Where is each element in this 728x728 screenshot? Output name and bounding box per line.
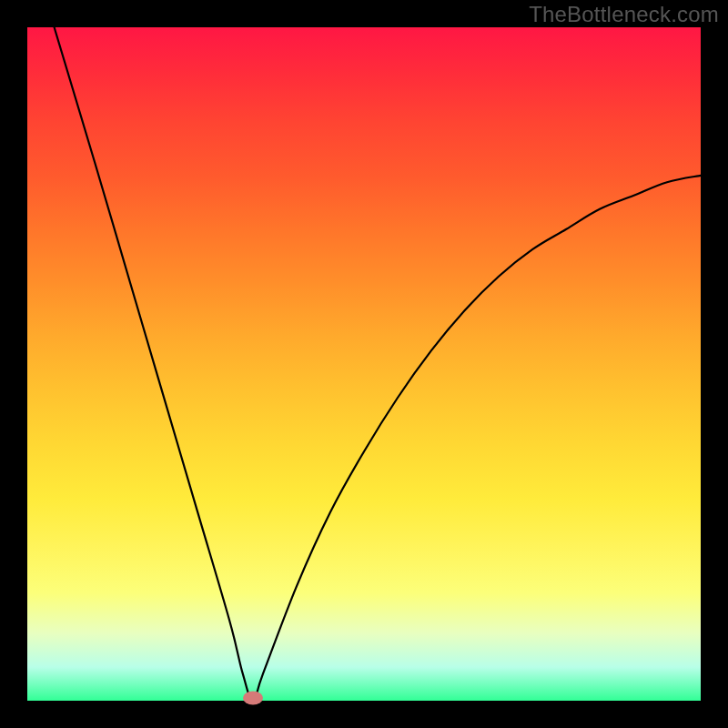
watermark-text: TheBottleneck.com bbox=[529, 2, 719, 27]
minimum-marker bbox=[243, 692, 263, 705]
chart-container: TheBottleneck.com bbox=[0, 0, 728, 728]
bottleneck-curve-path bbox=[55, 27, 701, 701]
plot-area bbox=[27, 27, 701, 701]
curve-svg bbox=[27, 27, 701, 701]
